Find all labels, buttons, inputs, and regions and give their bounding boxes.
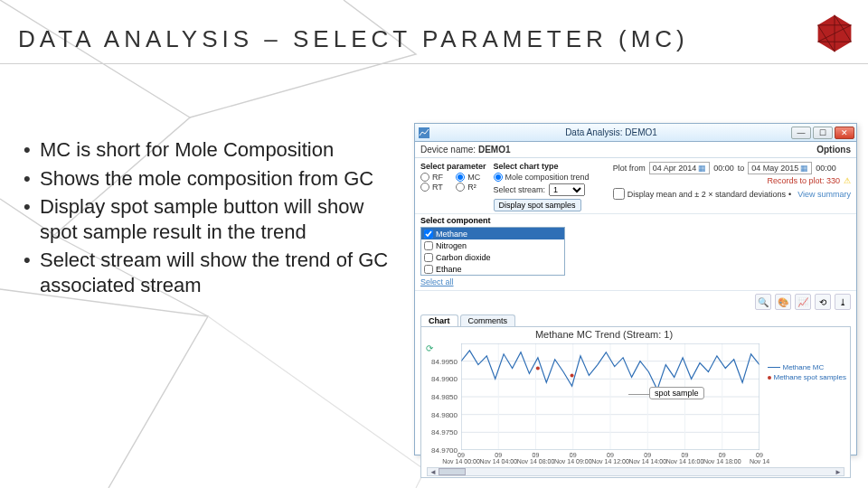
slide-bullets: MC is short for Mole Composition Shows t… — [24, 137, 403, 301]
chart-legend: Methane MC Methane spot samples — [768, 363, 847, 383]
date-from-input[interactable]: 04 Apr 2014▦ — [649, 162, 711, 174]
scroll-thumb[interactable] — [439, 468, 466, 475]
display-mean-checkbox[interactable] — [613, 188, 625, 200]
component-item-ethane[interactable]: Ethane — [421, 263, 564, 275]
window-title: Data Analysis: DEMO1 — [433, 127, 789, 137]
component-item-nitrogen[interactable]: Nitrogen — [421, 239, 564, 251]
select-parameter-label: Select parameter — [420, 162, 486, 171]
device-name: DEMO1 — [478, 145, 511, 155]
component-list[interactable]: Methane Nitrogen Carbon dioxide Ethane — [420, 227, 565, 276]
options-label: Options — [816, 145, 851, 155]
bullet-item: Select stream will show the trend of GC … — [24, 248, 403, 297]
date-to-input[interactable]: 04 May 2015▦ — [748, 162, 812, 174]
select-parameter-group: Select parameter RF MC RT R² — [420, 162, 486, 211]
component-item-methane[interactable]: Methane — [421, 228, 564, 239]
display-spot-samples-button[interactable]: Display spot samples — [494, 199, 581, 211]
minimize-button[interactable]: — — [791, 127, 811, 139]
palette-icon[interactable]: 🎨 — [775, 294, 791, 310]
chart-panel: Methane MC Trend (Stream: 1) ⟳ 84.970084… — [420, 326, 851, 478]
to-label: to — [738, 164, 745, 173]
bullet-item: Display spot sample button will show spo… — [24, 194, 403, 244]
app-window: Data Analysis: DEMO1 — ☐ ✕ Device name: … — [414, 123, 857, 455]
brand-logo — [814, 13, 855, 54]
chart-svg — [461, 343, 760, 450]
reset-axes-icon[interactable]: ⟲ — [815, 294, 831, 310]
slide-title: Data Analysis – Select Parameter (mc) — [18, 25, 689, 53]
chart-annotation: spot sample — [649, 387, 704, 399]
export-icon[interactable]: ⤓ — [835, 294, 851, 310]
tab-comments[interactable]: Comments — [460, 314, 516, 326]
chart-horizontal-scrollbar[interactable]: ◄ ► — [427, 467, 844, 476]
svg-point-17 — [536, 367, 540, 371]
maximize-button[interactable]: ☐ — [813, 127, 833, 139]
component-item-co2[interactable]: Carbon dioxide — [421, 251, 564, 263]
title-divider — [0, 63, 868, 64]
bullet-item: Shows the mole composition from GC — [24, 166, 403, 192]
zoom-icon[interactable]: 🔍 — [755, 294, 771, 310]
calendar-icon: ▦ — [698, 164, 706, 173]
records-to-plot: Records to plot: 330 — [613, 176, 851, 185]
param-rf-radio[interactable]: RF — [420, 173, 448, 182]
time-to: 00:00 — [816, 164, 836, 173]
param-r2-radio[interactable]: R² — [456, 183, 486, 192]
options-panel: Plot from 04 Apr 2014▦ 00:00 to 04 May 2… — [613, 162, 851, 211]
select-chart-type-label: Select chart type — [494, 162, 590, 171]
bullet-item: MC is short for Mole Composition — [24, 137, 403, 163]
app-icon — [419, 127, 429, 138]
device-label: Device name: — [420, 145, 476, 155]
tab-chart[interactable]: Chart — [420, 314, 458, 326]
time-from: 00:00 — [713, 164, 734, 173]
param-rt-radio[interactable]: RT — [420, 183, 448, 192]
view-summary-link[interactable]: View summary — [797, 190, 851, 199]
chart-title: Methane MC Trend (Stream: 1) — [421, 329, 787, 340]
calendar-icon: ▦ — [800, 164, 808, 173]
titlebar: Data Analysis: DEMO1 — ☐ ✕ — [415, 124, 856, 142]
select-component-label: Select component — [420, 216, 851, 225]
chart-type-radio[interactable]: Mole composition trend — [494, 173, 590, 182]
select-chart-type-group: Select chart type Mole composition trend… — [494, 162, 590, 211]
device-bar: Device name: DEMO1 Options — [415, 142, 856, 158]
chart-toolbar: 🔍 🎨 📈 ⟲ ⤓ — [415, 291, 856, 313]
select-stream-label: Select stream: — [494, 185, 546, 194]
scroll-left-arrow[interactable]: ◄ — [428, 468, 439, 476]
close-button[interactable]: ✕ — [835, 127, 854, 139]
svg-point-18 — [571, 373, 574, 377]
select-component-group: Select component Methane Nitrogen Carbon… — [415, 214, 856, 291]
param-mc-radio[interactable]: MC — [456, 173, 486, 182]
chart-y-axis: 84.970084.975084.980084.985084.990084.99… — [421, 343, 459, 450]
chart-plot-area: spot sample — [461, 343, 760, 450]
select-all-link[interactable]: Select all — [420, 277, 454, 286]
stream-select[interactable]: 1 — [549, 183, 585, 196]
scroll-right-arrow[interactable]: ► — [833, 468, 844, 476]
chart-line-icon[interactable]: 📈 — [795, 294, 811, 310]
display-mean-label: Display mean and ± 2 × standard deviatio… — [627, 190, 786, 199]
plot-from-label: Plot from — [613, 164, 646, 173]
